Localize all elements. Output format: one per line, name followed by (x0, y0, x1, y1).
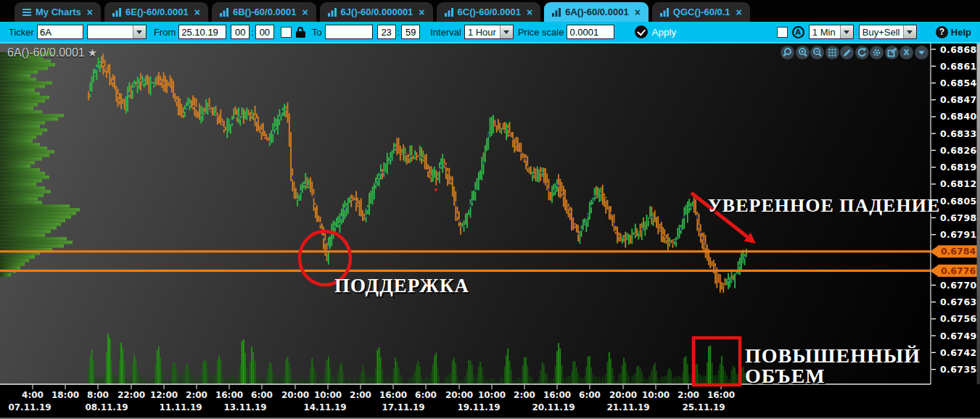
tab-my-charts[interactable]: My Charts× (15, 2, 101, 22)
price-badge-label: 0.6784 (941, 246, 976, 257)
price-axis-label: 0.6812 (940, 178, 977, 189)
apply-check-icon[interactable] (635, 25, 648, 38)
tab-6a-60-0-0001[interactable]: 6A()-60/0.0001× (544, 2, 648, 22)
date-axis-label: 19.11.19 (457, 402, 500, 412)
volume-profile-bar (0, 165, 30, 168)
tab-close-icon[interactable]: × (419, 7, 424, 18)
zoom-out-icon[interactable] (810, 46, 824, 59)
chevron-down-icon[interactable] (903, 25, 916, 38)
zoom-select-icon[interactable] (781, 46, 794, 59)
time-axis-label: 6:00 (251, 390, 273, 400)
volume-profile-bar (0, 186, 45, 190)
from-minute-input[interactable] (255, 25, 274, 39)
collapse-icon[interactable] (915, 46, 928, 59)
symbol-text: 6A()-60/0.0001 (7, 46, 85, 59)
volume-profile-bar (0, 219, 65, 223)
chevron-down-icon[interactable] (840, 25, 853, 38)
price-axis-label: 0.6735 (940, 364, 977, 375)
volume-profile-bar (0, 125, 40, 128)
to-minute-input[interactable] (401, 25, 420, 39)
volume-profile-bar (0, 197, 38, 201)
trading-app-window: My Charts×6E()-60/0.0001×6B()-60/0.0001×… (0, 0, 980, 419)
price-scale-input[interactable] (567, 25, 614, 39)
tab-6e-60-0-0001[interactable]: 6E()-60/0.0001× (104, 2, 208, 22)
ticker-input[interactable] (37, 25, 83, 39)
expand-icon[interactable] (885, 46, 899, 59)
tab-close-icon[interactable]: × (302, 7, 308, 18)
menu-icon (22, 9, 31, 16)
volume-profile-bar (0, 226, 57, 230)
bar-chart-icon (220, 8, 228, 17)
tab-6j-60-0-000001[interactable]: 6J()-60/0.000001× (320, 2, 433, 22)
zoom-in-icon[interactable] (796, 46, 810, 59)
order-mode-select[interactable]: Buy+Sell (859, 25, 917, 39)
volume-profile-bar (0, 201, 42, 204)
volume-profile-bar (0, 88, 35, 92)
tab-close-icon[interactable]: × (87, 7, 93, 18)
resistance-line[interactable] (0, 250, 931, 252)
price-badge-label: 0.6776 (941, 265, 976, 276)
from-hour-input[interactable] (231, 25, 250, 39)
chart-area[interactable]: 0.68680.68610.68540.68470.68400.68330.68… (0, 43, 980, 419)
date-axis-label: 08.11.19 (85, 402, 128, 412)
chevron-down-icon[interactable] (500, 25, 513, 38)
interval-select[interactable]: 1 Hour (464, 25, 514, 39)
symbol-select[interactable] (87, 25, 147, 39)
grid-icon[interactable] (825, 46, 839, 59)
lock-icon (296, 27, 305, 38)
support-line[interactable] (0, 270, 931, 272)
time-axis-label: 4:00 (22, 390, 44, 400)
date-axis-label: 25.11.19 (682, 402, 725, 412)
volume-profile-bar (0, 136, 36, 139)
tab-close-icon[interactable]: × (736, 7, 742, 18)
auto-refresh-checkbox[interactable] (777, 27, 788, 38)
refresh-icon[interactable] (855, 46, 869, 59)
toolbar-right-group: A 1 Min Buy+Sell ? Help (775, 25, 976, 39)
volume-profile-bar (0, 67, 48, 70)
bar-chart-icon (660, 8, 669, 17)
tab-6b-60-0-0001[interactable]: 6B()-60/0.0001× (212, 2, 316, 22)
tab-label: QGC()-60/0.1 (673, 7, 730, 17)
help-icon[interactable]: ? (936, 26, 948, 38)
price-axis-label: 0.6763 (940, 296, 977, 307)
from-label: From (154, 27, 176, 38)
tab-close-icon[interactable]: × (635, 7, 641, 18)
bar-chart-icon (328, 8, 337, 17)
from-date-input[interactable] (178, 25, 226, 39)
tab-6c-60-0-0001[interactable]: 6C()-60/0.0001× (437, 2, 541, 22)
time-axis-label: 22:00 (118, 390, 145, 400)
volume-profile-bar (0, 179, 42, 183)
time-axis-label: 16:00 (215, 390, 243, 400)
volume-profile-bar (0, 215, 71, 219)
volume-text-annotation-line2: ОБЪЕМ (745, 365, 825, 387)
interval-label: Interval (430, 27, 461, 38)
volume-profile-bar (0, 266, 20, 270)
tab-qgc-60-0-1[interactable]: QGC()-60/0.1× (652, 2, 750, 22)
price-axis-label: 0.6742 (940, 347, 977, 358)
volume-profile-bar (0, 81, 52, 85)
tab-close-icon[interactable]: × (527, 7, 532, 18)
tab-close-icon[interactable]: × (194, 7, 200, 18)
lock-range-checkbox[interactable] (281, 27, 292, 38)
to-date-input[interactable] (325, 25, 373, 39)
chevron-down-icon[interactable] (133, 25, 146, 38)
refresh-interval-select[interactable]: 1 Min (809, 25, 854, 39)
price-chart-canvas[interactable]: 0.68680.68610.68540.68470.68400.68330.68… (0, 43, 980, 419)
bar-chart-icon (552, 8, 561, 17)
volume-profile-bar (0, 128, 47, 132)
volume-profile-bar (0, 172, 45, 175)
support-text-annotation: ПОДДЕРЖКА (334, 275, 469, 296)
price-axis-label: 0.6868 (940, 44, 977, 55)
apply-button[interactable]: Apply (651, 27, 676, 38)
draw-icon[interactable] (840, 46, 854, 59)
scrollbar[interactable] (977, 43, 980, 384)
date-axis-label: 13.11.19 (223, 402, 266, 412)
to-hour-input[interactable] (377, 25, 396, 39)
favorite-star-icon[interactable]: ★ (88, 46, 97, 59)
settings-icon[interactable] (870, 46, 884, 59)
time-axis-label: 2:00 (186, 390, 207, 400)
volume-profile-bar (0, 139, 33, 143)
close-icon[interactable]: X (899, 46, 913, 59)
help-button[interactable]: Help (951, 27, 971, 38)
refresh-interval-value: 1 Min (810, 27, 840, 38)
